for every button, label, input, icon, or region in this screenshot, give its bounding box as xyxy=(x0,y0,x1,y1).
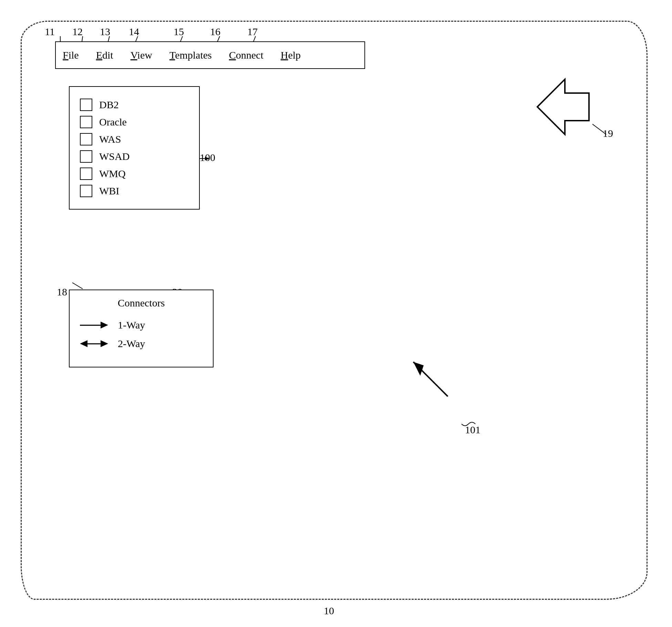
checkbox-was[interactable] xyxy=(80,133,92,145)
arrow-2way-line xyxy=(87,343,101,344)
ref-19: 19 xyxy=(603,128,613,139)
checkbox-label-wsad: WSAD xyxy=(99,151,130,162)
menu-connect[interactable]: Connect xyxy=(229,49,263,61)
checkbox-row-wsad: WSAD xyxy=(80,150,189,163)
connector-row-1way: 1-Way xyxy=(80,319,203,331)
connectors-panel: Connectors 1-Way 2-Way xyxy=(69,290,214,367)
menu-file[interactable]: File xyxy=(63,49,79,61)
ref-13: 13 xyxy=(100,26,110,38)
menu-edit[interactable]: Edit xyxy=(96,49,113,61)
checkbox-label-wbi: WBI xyxy=(99,185,119,197)
arrow-1way-icon xyxy=(80,322,111,328)
checkbox-oracle[interactable] xyxy=(80,116,92,128)
checkbox-label-db2: DB2 xyxy=(99,99,119,111)
menu-templates[interactable]: Templates xyxy=(169,49,212,61)
checkbox-row-was: WAS xyxy=(80,133,189,145)
ref-17: 17 xyxy=(247,26,258,38)
menu-view[interactable]: View xyxy=(131,49,152,61)
connector-label-1way: 1-Way xyxy=(118,319,145,331)
connector-label-2way: 2-Way xyxy=(118,338,145,350)
ref-16: 16 xyxy=(210,26,220,38)
ref-18: 18 xyxy=(57,286,67,298)
checkbox-label-wmq: WMQ xyxy=(99,168,126,180)
checkbox-label-oracle: Oracle xyxy=(99,116,127,128)
ref-14: 14 xyxy=(129,26,139,38)
ref-101: 101 xyxy=(465,424,480,436)
ref-11: 11 xyxy=(45,26,55,38)
checkbox-row-wmq: WMQ xyxy=(80,168,189,180)
checkbox-wbi[interactable] xyxy=(80,185,92,197)
arrow-2way-head-left xyxy=(80,340,87,347)
arrow-1way-head xyxy=(101,322,108,328)
ref-12: 12 xyxy=(72,26,83,38)
checkbox-label-was: WAS xyxy=(99,133,121,145)
arrow-2way-head-right xyxy=(101,340,108,347)
ref-10: 10 xyxy=(324,605,334,617)
menu-help[interactable]: Help xyxy=(281,49,301,61)
checkbox-db2[interactable] xyxy=(80,99,92,111)
checkbox-row-oracle: Oracle xyxy=(80,116,189,128)
menu-bar: File Edit View Templates Connect Help xyxy=(55,41,365,69)
checkbox-wmq[interactable] xyxy=(80,168,92,180)
ref-15: 15 xyxy=(174,26,184,38)
connectors-title: Connectors xyxy=(80,297,203,309)
ref-100: 100 xyxy=(200,152,215,163)
checkbox-wsad[interactable] xyxy=(80,150,92,163)
arrow-1way-line xyxy=(80,325,101,326)
connector-row-2way: 2-Way xyxy=(80,338,203,350)
checkbox-row-db2: DB2 xyxy=(80,99,189,111)
arrow-2way-icon xyxy=(80,340,111,347)
checkbox-panel: DB2 Oracle WAS WSAD WMQ WBI xyxy=(69,86,200,210)
checkbox-row-wbi: WBI xyxy=(80,185,189,197)
